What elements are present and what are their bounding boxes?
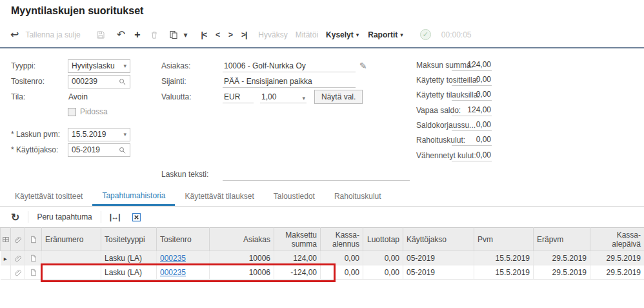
reports-menu-button[interactable]: Raportit ▾: [368, 30, 403, 39]
note-cell[interactable]: [25, 265, 42, 280]
table-row[interactable]: ▸ Lasku (LA) 000235 10006 124,00 0,00 0,…: [1, 251, 644, 265]
delete-button[interactable]: [150, 30, 159, 39]
cancel-application-label: Peru tapahtuma: [37, 212, 92, 221]
refnbr-field-row: Tositenro: 000239: [11, 74, 153, 88]
column-header-tositetyyppi[interactable]: Tositetyyppi: [101, 228, 157, 251]
date-input[interactable]: 15.5.2019 ▾: [68, 128, 130, 141]
tab-rahoituskulut[interactable]: Rahoituskulut: [325, 187, 391, 206]
cell-kayttojakso[interactable]: 05-2019: [403, 265, 474, 280]
column-header-luottotap[interactable]: Luottotap: [363, 228, 403, 251]
approve-button[interactable]: Hyväksy: [258, 30, 287, 39]
applied-to-docs-value: 0,00: [452, 74, 492, 86]
back-button[interactable]: ↩: [10, 30, 19, 40]
row-selector-cell: ▸: [1, 251, 11, 265]
tab-kaytettavat-tositteet[interactable]: Käytettävät tositteet: [5, 187, 92, 206]
cell-luottotap[interactable]: 0,00: [363, 265, 403, 280]
column-header-kayttojakso[interactable]: Käyttöjakso: [403, 228, 474, 251]
period-input[interactable]: 05-2019: [68, 143, 130, 157]
document-link[interactable]: 000235: [160, 268, 186, 277]
customer-input[interactable]: 10006 - Golf-Nurkka Oy: [223, 59, 356, 72]
period-field-row: * Käyttöjakso: 05-2019: [11, 143, 153, 157]
save-close-button[interactable]: Tallenna ja sulje: [25, 30, 80, 39]
attachments-column-header[interactable]: [11, 228, 25, 251]
fit-width-button[interactable]: |↔|: [104, 209, 126, 225]
refnbr-input[interactable]: 000239: [68, 75, 130, 88]
column-header-eranumero[interactable]: Eränumero: [42, 228, 101, 251]
column-header-erapvm[interactable]: Eräpvm: [534, 228, 590, 251]
document-link[interactable]: 000235: [160, 254, 186, 263]
cell-maksettu-summa[interactable]: -124,00: [274, 265, 321, 280]
attachment-cell[interactable]: [11, 251, 25, 265]
column-header-pvm[interactable]: Pvm: [474, 228, 534, 251]
location-label: Sijainti:: [161, 77, 223, 86]
void-button[interactable]: Mitätöi: [296, 30, 318, 39]
balance-row: Rahoituskulut: 0,00: [416, 134, 492, 148]
save-button[interactable]: [96, 30, 105, 39]
column-header-kassa-alepaiva[interactable]: Kassa-alepäivä: [590, 228, 644, 251]
main-toolbar: ↩ Tallenna ja sulje ↶ + ▾ |< < > >| Hyvä…: [0, 22, 644, 48]
undo-button[interactable]: ↶: [117, 30, 125, 40]
cell-kassa-alepaiva[interactable]: 29.5.2019: [590, 251, 644, 265]
column-header-kassa-alennus[interactable]: Kassa-alennus: [321, 228, 363, 251]
currency-rate-select[interactable]: 1,00 ▾: [260, 90, 307, 103]
tab-kaytettavat-tilaukset[interactable]: Käytettävät tilaukset: [175, 187, 263, 206]
location-input[interactable]: PÄÄ - Ensisijainen paikka: [223, 75, 356, 88]
document-summary-form: Tyyppi: Hyvityslasku ▾ Tositenro: 000239…: [0, 50, 644, 187]
cell-tositetyyppi[interactable]: Lasku (LA): [101, 251, 157, 265]
go-last-button[interactable]: >|: [241, 30, 247, 39]
tab-taloustiedot[interactable]: Taloustiedot: [264, 187, 325, 206]
note-cell[interactable]: [25, 251, 42, 265]
go-prev-button[interactable]: <: [216, 30, 219, 39]
invoice-text-input[interactable]: [223, 168, 410, 181]
cell-kassa-alennus[interactable]: 0,00: [321, 251, 363, 265]
cell-kayttojakso[interactable]: 05-2019: [403, 251, 474, 265]
cancel-application-button[interactable]: Peru tapahtuma: [31, 209, 97, 225]
cell-pvm[interactable]: 15.5.2019: [474, 265, 534, 280]
check-circle-icon: ✓: [420, 29, 431, 40]
cell-asiakas[interactable]: 10006: [210, 251, 274, 265]
chevron-down-icon: ▾: [181, 28, 191, 41]
cell-kassa-alepaiva[interactable]: 29.5.2019: [590, 265, 644, 280]
type-value: Hyvityslasku: [72, 61, 115, 70]
cell-kassa-alennus[interactable]: 0,00: [321, 265, 363, 280]
column-header-tositenro[interactable]: Tositenro: [157, 228, 210, 251]
attachment-cell[interactable]: [11, 265, 25, 280]
cell-erapvm[interactable]: 29.5.2019: [534, 265, 590, 280]
go-next-button[interactable]: >: [228, 30, 232, 39]
copy-paste-button[interactable]: ▾: [169, 28, 191, 41]
refresh-button[interactable]: ↻: [5, 209, 25, 225]
cell-maksettu-summa[interactable]: 124,00: [274, 251, 321, 265]
toolbar-separator: [28, 211, 28, 223]
grid-header-row: Eränumero Tositetyyppi Tositenro Asiakas…: [1, 228, 644, 251]
currency-input[interactable]: EUR: [223, 90, 254, 103]
go-first-button[interactable]: |<: [201, 30, 206, 39]
grid-settings-header[interactable]: [1, 228, 11, 251]
cell-tositenro[interactable]: 000235: [157, 251, 210, 265]
tab-tapahtumahistoria[interactable]: Tapahtumahistoria: [92, 187, 175, 206]
inquiries-menu-button[interactable]: Kyselyt ▾: [326, 30, 359, 39]
magnifier-icon: [118, 146, 126, 154]
type-label: Tyyppi:: [11, 61, 68, 70]
cell-pvm[interactable]: 15.5.2019: [474, 251, 534, 265]
payment-amount-value[interactable]: 124,00: [452, 59, 492, 71]
cell-tositetyyppi[interactable]: Lasku (LA): [101, 265, 157, 280]
cell-luottotap[interactable]: 0,00: [363, 251, 403, 265]
cell-tositenro[interactable]: 000235: [157, 265, 210, 280]
type-select[interactable]: Hyvityslasku ▾: [68, 59, 130, 73]
customer-field-row: Asiakas: 10006 - Golf-Nurkka Oy ✎: [161, 59, 419, 73]
column-header-asiakas[interactable]: Asiakas: [210, 228, 274, 251]
hold-checkbox[interactable]: [68, 108, 76, 116]
cell-asiakas[interactable]: 10006: [210, 265, 274, 280]
clipboard-icon: [169, 30, 178, 39]
edit-pencil-icon[interactable]: ✎: [359, 61, 367, 71]
cell-eranumero[interactable]: [42, 251, 101, 265]
notes-column-header[interactable]: [25, 228, 42, 251]
cell-erapvm[interactable]: 29.5.2019: [534, 251, 590, 265]
column-header-maksettu-summa[interactable]: Maksettu summa: [274, 228, 321, 251]
view-currency-button[interactable]: Näytä val.: [314, 90, 363, 104]
cell-eranumero[interactable]: [42, 265, 101, 280]
add-button[interactable]: +: [134, 30, 140, 40]
balance-row: Maksun summa: 124,00: [416, 59, 492, 73]
export-excel-button[interactable]: [126, 209, 147, 225]
table-row[interactable]: Lasku (LA) 000235 10006 -124,00 0,00 0,0…: [1, 265, 644, 280]
